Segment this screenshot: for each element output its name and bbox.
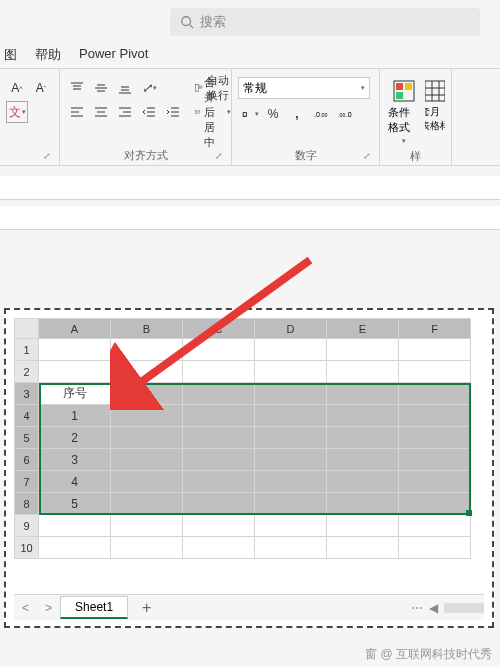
svg-text:.00: .00 [320,112,327,118]
cell[interactable]: 1 [39,405,111,427]
svg-rect-38 [425,81,445,101]
sheet-tab-bar: < > Sheet1 + ⋯ ◀ [14,594,484,620]
number-group-expand-icon[interactable]: ⤢ [363,151,371,161]
merge-center-button[interactable]: 合并后居中 ▾ [192,101,234,123]
formula-bar[interactable] [0,206,500,230]
row-header[interactable]: 6 [15,449,39,471]
align-bottom-button[interactable] [114,77,136,99]
svg-rect-26 [195,85,198,92]
font-group-expand-icon[interactable]: ⤢ [43,151,51,161]
tab-powerpivot[interactable]: Power Pivot [79,46,148,64]
col-header[interactable]: E [327,319,399,339]
row-header[interactable]: 8 [15,493,39,515]
decrease-decimal-icon: .00.0 [338,107,352,121]
watermark: 窗 @ 互联网科技时代秀 [365,646,492,663]
row-header[interactable]: 10 [15,537,39,559]
percent-button[interactable]: % [262,103,284,125]
align-middle-button[interactable] [90,77,112,99]
svg-text:.0: .0 [346,111,352,118]
table-icon [425,79,445,103]
styles-group: 条件格式 ▾ 套月 表格样 样 [380,69,452,165]
row-header[interactable]: 4 [15,405,39,427]
col-header[interactable]: D [255,319,327,339]
conditional-format-button[interactable]: 条件格式 ▾ [386,77,421,147]
ribbon-tabs: 图 帮助 Power Pivot [0,46,148,64]
row-header[interactable]: 9 [15,515,39,537]
increase-decimal-button[interactable]: .0.00 [310,103,332,125]
align-center-button[interactable] [90,101,112,123]
phonetic-guide-button[interactable]: 文▾ [6,101,28,123]
decrease-decimal-button[interactable]: .00.0 [334,103,356,125]
scroll-left-icon[interactable]: ◀ [429,601,438,615]
svg-text:.0: .0 [314,111,320,118]
ribbon: A^ Aˇ 文▾ ⤢ ⤢▾ [0,68,500,166]
search-icon [180,15,194,29]
alignment-group: ⤢▾ 自动换行 合并后居中 ▾ [60,69,232,165]
horizontal-scrollbar[interactable] [444,603,484,613]
col-header[interactable]: F [399,319,471,339]
tab-view[interactable]: 图 [4,46,17,64]
increase-indent-button[interactable] [162,101,184,123]
col-header[interactable]: C [183,319,255,339]
sheet-tab-active[interactable]: Sheet1 [60,596,128,619]
select-all-corner[interactable] [15,319,39,339]
align-right-button[interactable] [114,101,136,123]
number-group: 常规 ▾ ¤▾ % , .0.00 .00.0 数字⤢ [232,69,380,165]
search-placeholder: 搜索 [200,13,226,31]
col-header[interactable]: B [111,319,183,339]
cell[interactable]: 5 [39,493,111,515]
align-group-expand-icon[interactable]: ⤢ [215,151,223,161]
col-header[interactable]: A [39,319,111,339]
add-sheet-button[interactable]: + [128,599,165,617]
cell[interactable]: 3 [39,449,111,471]
svg-rect-35 [396,83,403,90]
svg-rect-37 [396,92,403,99]
comma-button[interactable]: , [286,103,308,125]
orientation-button[interactable]: ⤢▾ [138,77,160,99]
tab-help[interactable]: 帮助 [35,46,61,64]
accounting-format-button[interactable]: ¤▾ [238,103,260,125]
cell[interactable]: 2 [39,427,111,449]
svg-text:¤: ¤ [242,109,248,120]
spreadsheet-grid[interactable]: A B C D E F 1 2 3序号 41 52 63 74 85 9 10 [14,318,484,590]
currency-icon: ¤ [240,107,254,121]
row-header[interactable]: 2 [15,361,39,383]
svg-line-1 [190,25,194,29]
number-format-dropdown[interactable]: 常规 ▾ [238,77,370,99]
decrease-indent-button[interactable] [138,101,160,123]
name-box-bar[interactable] [0,176,500,200]
row-header[interactable]: 1 [15,339,39,361]
format-as-table-button[interactable]: 套月 表格样 [425,77,445,135]
increase-font-button[interactable]: A^ [6,77,28,99]
cell[interactable]: 4 [39,471,111,493]
wrap-text-icon [195,81,203,95]
align-left-button[interactable] [66,101,88,123]
svg-rect-36 [405,83,412,90]
increase-decimal-icon: .0.00 [314,107,328,121]
tab-nav-next-icon[interactable]: > [37,601,60,615]
svg-point-0 [182,17,191,26]
row-header[interactable]: 3 [15,383,39,405]
tab-menu-icon[interactable]: ⋯ [411,601,423,615]
screenshot-frame: A B C D E F 1 2 3序号 41 52 63 74 85 9 10 … [4,308,494,628]
align-top-button[interactable] [66,77,88,99]
merge-icon [195,105,200,119]
search-box[interactable]: 搜索 [170,8,480,36]
row-header[interactable]: 5 [15,427,39,449]
conditional-format-icon [392,79,416,103]
tab-nav-prev-icon[interactable]: < [14,601,37,615]
cell[interactable]: 序号 [39,383,111,405]
svg-text:.00: .00 [338,112,345,118]
decrease-font-button[interactable]: Aˇ [30,77,52,99]
font-group: A^ Aˇ 文▾ ⤢ [0,69,60,165]
row-header[interactable]: 7 [15,471,39,493]
